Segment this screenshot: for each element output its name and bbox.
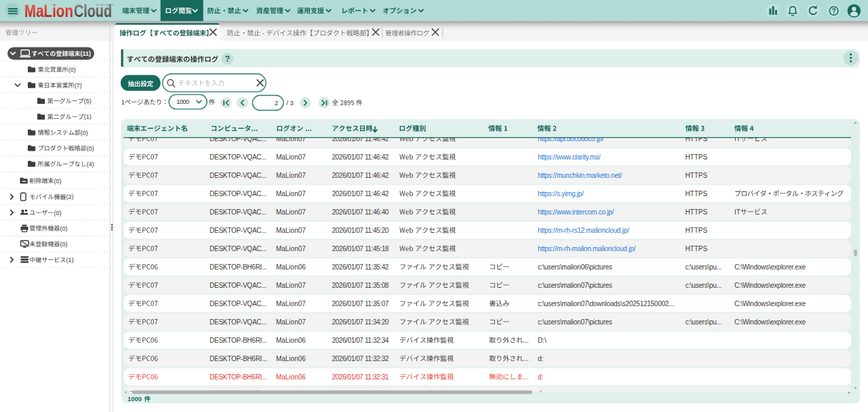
svg-text:C:\Windows\explorer.exe: C:\Windows\explorer.exe bbox=[734, 300, 806, 307]
svg-text:2026/01/07 11:46:40: 2026/01/07 11:46:40 bbox=[332, 208, 389, 216]
svg-text:https://www.clarity.ms/: https://www.clarity.ms/ bbox=[538, 153, 601, 161]
svg-text:2026/01/07 11:35:42: 2026/01/07 11:35:42 bbox=[332, 263, 389, 271]
svg-text:2026/01/07 11:46:42: 2026/01/07 11:46:42 bbox=[332, 190, 389, 198]
svg-text:MaLion06: MaLion06 bbox=[276, 373, 306, 381]
svg-text:DESKTOP-VQAC...: DESKTOP-VQAC... bbox=[210, 245, 267, 252]
svg-text:MaLion: MaLion bbox=[24, 1, 73, 20]
svg-text:MaLion07: MaLion07 bbox=[276, 227, 306, 234]
svg-text:HTTPS: HTTPS bbox=[685, 190, 707, 198]
svg-text:C:\Windows\explorer.exe: C:\Windows\explorer.exe bbox=[734, 282, 806, 289]
svg-text:c:\users\pu...: c:\users\pu... bbox=[685, 318, 722, 326]
svg-text:c:\users\malion06\pictures: c:\users\malion06\pictures bbox=[538, 263, 612, 271]
svg-text:(0): (0) bbox=[54, 210, 61, 217]
svg-text:?: ? bbox=[225, 54, 230, 64]
svg-text:https://www.intercom.co.jp/: https://www.intercom.co.jp/ bbox=[538, 208, 614, 216]
svg-text:HTTPS: HTTPS bbox=[685, 153, 707, 161]
svg-text:2026/01/07 11:34:20: 2026/01/07 11:34:20 bbox=[332, 318, 389, 326]
svg-text:https://munchkin.marketo.net/: https://munchkin.marketo.net/ bbox=[538, 172, 622, 179]
svg-text:MaLion06: MaLion06 bbox=[276, 355, 306, 362]
svg-text:(5): (5) bbox=[84, 98, 92, 105]
svg-text:c:\users\malion07\pictures: c:\users\malion07\pictures bbox=[538, 282, 612, 289]
svg-text:?: ? bbox=[832, 7, 836, 15]
svg-text:https://s.yimg.jp/: https://s.yimg.jp/ bbox=[538, 190, 584, 198]
svg-text:D:\: D:\ bbox=[538, 337, 547, 344]
svg-text:DESKTOP-BH6RI...: DESKTOP-BH6RI... bbox=[210, 337, 267, 344]
svg-text:MaLion07: MaLion07 bbox=[276, 245, 306, 252]
svg-text:C:\Windows\explorer.exe: C:\Windows\explorer.exe bbox=[734, 263, 806, 271]
svg-text:DESKTOP-VQAC...: DESKTOP-VQAC... bbox=[210, 282, 267, 289]
svg-text:MaLion07: MaLion07 bbox=[276, 190, 306, 198]
svg-text:MaLion07: MaLion07 bbox=[276, 300, 306, 307]
svg-text:https://m-rh-malion.malionclou: https://m-rh-malion.malioncloud.jp/ bbox=[538, 245, 636, 252]
svg-text:DESKTOP-VQAC...: DESKTOP-VQAC... bbox=[210, 318, 267, 326]
svg-text:1000: 1000 bbox=[176, 98, 189, 105]
svg-text:DESKTOP-VQAC...: DESKTOP-VQAC... bbox=[210, 172, 267, 179]
svg-text:(0): (0) bbox=[54, 178, 61, 185]
svg-text:2026/01/07 11:32:31: 2026/01/07 11:32:31 bbox=[332, 373, 389, 381]
svg-text:2026/01/07 11:46:42: 2026/01/07 11:46:42 bbox=[332, 153, 389, 161]
svg-text:Cloud: Cloud bbox=[74, 1, 112, 20]
svg-text:2026/01/07 11:35:07: 2026/01/07 11:35:07 bbox=[332, 300, 389, 307]
svg-text:HTTPS: HTTPS bbox=[685, 208, 707, 216]
svg-text:2026/01/07 11:32:32: 2026/01/07 11:32:32 bbox=[332, 355, 389, 362]
svg-text:/ 3: / 3 bbox=[286, 99, 294, 107]
svg-text:c:\users\pu...: c:\users\pu... bbox=[685, 282, 722, 289]
svg-text:2026/01/07 11:45:20: 2026/01/07 11:45:20 bbox=[332, 227, 389, 234]
svg-text:HTTPS: HTTPS bbox=[685, 245, 707, 252]
svg-text:DESKTOP-VQAC...: DESKTOP-VQAC... bbox=[210, 300, 267, 307]
svg-text:HTTPS: HTTPS bbox=[685, 227, 707, 234]
svg-text:(0): (0) bbox=[68, 67, 76, 73]
svg-text:DESKTOP-VQAC...: DESKTOP-VQAC... bbox=[210, 190, 267, 198]
svg-text:(1): (1) bbox=[66, 257, 73, 263]
svg-text:(0): (0) bbox=[60, 241, 67, 248]
svg-text:(1): (1) bbox=[84, 113, 92, 120]
svg-text:(0): (0) bbox=[60, 225, 67, 232]
svg-text:d:: d: bbox=[538, 373, 543, 381]
svg-text:C:\Windows\explorer.exe: C:\Windows\explorer.exe bbox=[734, 318, 806, 326]
svg-text:(0): (0) bbox=[81, 130, 88, 136]
svg-text:2026/01/07 11:32:34: 2026/01/07 11:32:34 bbox=[332, 337, 389, 344]
svg-text:HTTPS: HTTPS bbox=[685, 172, 707, 179]
svg-text:c:\users\pu...: c:\users\pu... bbox=[685, 263, 722, 271]
svg-text:c:\users\malion07\downloads\s2: c:\users\malion07\downloads\s20251215000… bbox=[538, 300, 674, 307]
svg-text:MaLion06: MaLion06 bbox=[276, 337, 306, 344]
svg-text:2026/01/07 11:35:08: 2026/01/07 11:35:08 bbox=[332, 282, 389, 289]
svg-text:DESKTOP-BH6RI...: DESKTOP-BH6RI... bbox=[210, 263, 267, 271]
svg-text:MaLion07: MaLion07 bbox=[276, 208, 306, 216]
svg-text:(0): (0) bbox=[87, 145, 94, 152]
svg-text:(11): (11) bbox=[81, 50, 92, 57]
svg-text:c:\users\malion07\pictures: c:\users\malion07\pictures bbox=[538, 318, 612, 326]
svg-text:https://m-rh-rs12.malioncloud.: https://m-rh-rs12.malioncloud.jp/ bbox=[538, 227, 629, 234]
svg-text:DESKTOP-BH6RI...: DESKTOP-BH6RI... bbox=[210, 373, 267, 381]
svg-text:MaLion07: MaLion07 bbox=[276, 282, 306, 289]
svg-text:2026/01/07 11:46:42: 2026/01/07 11:46:42 bbox=[332, 172, 389, 179]
svg-text:2: 2 bbox=[275, 99, 278, 107]
svg-text:MaLion06: MaLion06 bbox=[276, 263, 306, 271]
svg-text:(4): (4) bbox=[87, 161, 94, 168]
svg-text:MaLion07: MaLion07 bbox=[276, 318, 306, 326]
svg-text:d:: d: bbox=[538, 355, 543, 362]
svg-text:2026/01/07 11:45:18: 2026/01/07 11:45:18 bbox=[332, 245, 389, 252]
svg-text:DESKTOP-BH6RI...: DESKTOP-BH6RI... bbox=[210, 355, 267, 362]
svg-text:1000: 1000 bbox=[127, 395, 142, 402]
svg-text:DESKTOP-VQAC...: DESKTOP-VQAC... bbox=[210, 153, 267, 161]
svg-text:MaLion07: MaLion07 bbox=[276, 153, 306, 161]
svg-text:(2): (2) bbox=[66, 193, 73, 200]
svg-text:DESKTOP-VQAC...: DESKTOP-VQAC... bbox=[210, 208, 267, 216]
svg-text:(7): (7) bbox=[75, 82, 82, 89]
svg-text:MaLion07: MaLion07 bbox=[276, 172, 306, 179]
svg-text:DESKTOP-VQAC...: DESKTOP-VQAC... bbox=[210, 227, 267, 234]
